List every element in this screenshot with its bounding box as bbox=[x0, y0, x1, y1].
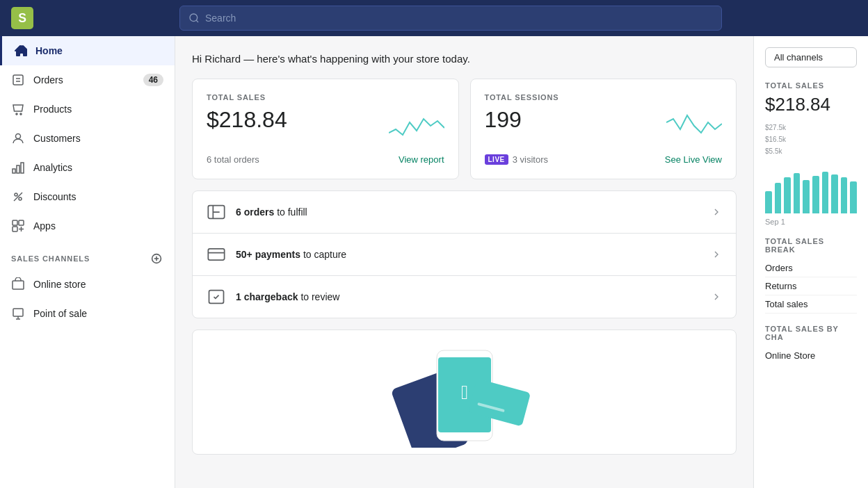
sidebar-item-analytics[interactable]: Analytics bbox=[0, 153, 175, 182]
chargeback-row[interactable]: 1 chargeback to review bbox=[193, 276, 736, 318]
channel-online-store: Online Store bbox=[765, 347, 857, 364]
sidebar-item-products-label: Products bbox=[33, 104, 72, 115]
sidebar-item-home[interactable]: Home bbox=[0, 36, 175, 65]
see-live-view-link[interactable]: See Live View bbox=[665, 154, 722, 165]
total-sales-label: TOTAL SALES bbox=[207, 93, 444, 101]
breakdown-orders: Orders bbox=[765, 259, 857, 277]
svg-point-8 bbox=[20, 113, 22, 115]
capture-payments-text: 50+ payments to capture bbox=[236, 249, 346, 260]
add-channel-button[interactable] bbox=[150, 252, 163, 266]
svg-point-14 bbox=[19, 197, 22, 200]
actions-card: 6 orders to fulfill 50+ payments to capt… bbox=[192, 190, 737, 318]
chevron-right-icon-2 bbox=[711, 249, 722, 260]
orders-badge: 46 bbox=[143, 74, 163, 86]
fulfill-orders-text: 6 orders to fulfill bbox=[236, 206, 307, 218]
bar-4 bbox=[794, 173, 801, 213]
bar-5 bbox=[803, 180, 810, 213]
by-channel-title: TOTAL SALES BY CHA bbox=[765, 325, 857, 341]
customers-icon bbox=[11, 131, 25, 145]
orders-icon bbox=[11, 73, 25, 87]
search-bar[interactable] bbox=[179, 6, 722, 31]
svg-rect-29 bbox=[208, 249, 224, 260]
channel-filter-button[interactable]: All channels bbox=[765, 47, 857, 67]
sidebar-item-discounts-label: Discounts bbox=[33, 191, 76, 202]
fulfill-orders-row[interactable]: 6 orders to fulfill bbox=[193, 191, 736, 234]
chevron-right-icon-3 bbox=[711, 291, 722, 302]
sidebar: Home Orders 46 Products Customers bbox=[0, 36, 175, 488]
svg-rect-12 bbox=[21, 163, 24, 173]
chart-date-label: Sep 1 bbox=[765, 218, 857, 226]
sidebar-item-apps-label: Apps bbox=[33, 220, 56, 231]
svg-rect-16 bbox=[13, 220, 17, 225]
right-total-sales-value: $218.84 bbox=[765, 94, 857, 115]
svg-rect-10 bbox=[13, 169, 15, 173]
pos-icon bbox=[11, 307, 25, 320]
svg-rect-24 bbox=[13, 281, 24, 289]
greeting-text: Hi Richard — here's what's happening wit… bbox=[192, 53, 737, 65]
svg-point-7 bbox=[16, 113, 17, 115]
sidebar-item-analytics-label: Analytics bbox=[33, 162, 72, 173]
svg-rect-18 bbox=[13, 227, 17, 231]
analytics-icon bbox=[11, 161, 25, 174]
total-sales-sparkline bbox=[389, 108, 444, 143]
online-store-icon bbox=[11, 277, 25, 291]
sidebar-item-orders[interactable]: Orders 46 bbox=[0, 65, 175, 95]
svg-point-9 bbox=[16, 134, 21, 139]
sidebar-item-pos-label: Point of sale bbox=[33, 308, 87, 319]
sidebar-item-pos[interactable]: Point of sale bbox=[0, 299, 175, 328]
sidebar-item-discounts[interactable]: Discounts bbox=[0, 182, 175, 211]
svg-rect-4 bbox=[13, 75, 23, 85]
main-content: Hi Richard — here's what's happening wit… bbox=[175, 36, 753, 488]
chart-y-label-3: $5.5k bbox=[765, 147, 782, 155]
main-layout: Home Orders 46 Products Customers bbox=[0, 36, 868, 488]
svg-rect-25 bbox=[13, 309, 23, 316]
view-report-link[interactable]: View report bbox=[399, 154, 444, 165]
bar-1 bbox=[765, 191, 772, 213]
sidebar-item-orders-label: Orders bbox=[33, 74, 63, 86]
breakdown-title: TOTAL SALES BREAK bbox=[765, 237, 857, 254]
bar-3 bbox=[784, 177, 791, 213]
breakdown-returns: Returns bbox=[765, 277, 857, 295]
sidebar-item-home-label: Home bbox=[35, 45, 63, 56]
total-sales-card: TOTAL SALES $218.84 6 total orders View … bbox=[192, 79, 459, 179]
svg-rect-17 bbox=[19, 220, 24, 225]
search-input[interactable] bbox=[205, 13, 713, 24]
chart-y-label-2: $16.5k bbox=[765, 136, 786, 143]
breakdown-total-sales: Total sales bbox=[765, 295, 857, 314]
total-orders-text: 6 total orders bbox=[207, 154, 259, 165]
bar-7 bbox=[822, 172, 829, 213]
chevron-right-icon bbox=[711, 206, 722, 218]
home-icon bbox=[13, 44, 27, 58]
chargeback-icon bbox=[207, 287, 226, 307]
svg-text:S: S bbox=[18, 11, 26, 25]
sidebar-item-customers-label: Customers bbox=[33, 133, 81, 144]
total-sessions-value: 199 bbox=[485, 108, 522, 131]
right-total-sales-label: TOTAL SALES bbox=[765, 81, 857, 90]
sidebar-item-apps[interactable]: Apps bbox=[0, 211, 175, 241]
discounts-icon bbox=[11, 190, 25, 204]
total-sessions-card: TOTAL SESSIONS 199 LIVE 3 visitors See L… bbox=[470, 79, 737, 179]
apps-icon bbox=[11, 219, 25, 233]
stats-row: TOTAL SALES $218.84 6 total orders View … bbox=[192, 79, 737, 179]
total-sessions-label: TOTAL SESSIONS bbox=[485, 93, 723, 101]
bar-8 bbox=[831, 174, 838, 213]
products-icon bbox=[11, 102, 25, 116]
bar-10 bbox=[850, 181, 857, 213]
chargeback-text: 1 chargeback to review bbox=[236, 291, 339, 302]
sales-channels-title: SALES CHANNELS bbox=[11, 254, 90, 263]
live-badge: LIVE bbox=[485, 154, 508, 165]
sales-bar-chart bbox=[765, 158, 857, 213]
shopify-logo: S bbox=[11, 7, 33, 29]
bar-2 bbox=[775, 183, 782, 213]
sidebar-item-customers[interactable]: Customers bbox=[0, 124, 175, 153]
payment-icon bbox=[207, 245, 226, 264]
total-sales-value: $218.84 bbox=[207, 108, 287, 131]
sidebar-item-online-store[interactable]: Online store bbox=[0, 270, 175, 299]
sidebar-item-products[interactable]: Products bbox=[0, 95, 175, 124]
total-sessions-sparkline bbox=[666, 108, 722, 143]
sidebar-item-online-store-label: Online store bbox=[33, 279, 86, 290]
fulfill-icon bbox=[207, 202, 226, 222]
capture-payments-row[interactable]: 50+ payments to capture bbox=[193, 234, 736, 276]
svg-line-3 bbox=[196, 20, 198, 22]
svg-point-2 bbox=[190, 14, 198, 22]
